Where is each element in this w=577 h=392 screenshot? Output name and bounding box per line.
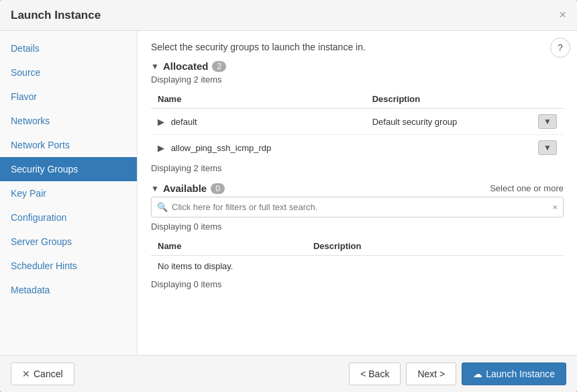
cancel-x-icon: ✕ [22,369,30,379]
sidebar-item-network-ports[interactable]: Network Ports [0,133,137,157]
cancel-button[interactable]: ✕Cancel [11,362,74,385]
next-button[interactable]: Next > [406,362,456,385]
allocated-col-name: Name [151,90,366,109]
table-row: ▶ allow_ping_ssh_icmp_rdp ▼ [151,135,564,161]
available-title: Available [163,183,207,194]
search-bar: 🔍 × [151,197,564,217]
available-section-header: ▼ Available 0 Select one or more [151,183,564,194]
back-button[interactable]: < Back [349,362,401,385]
sidebar-item-key-pair[interactable]: Key Pair [0,181,137,205]
allocate-down-button[interactable]: ▼ [538,114,557,129]
footer-left: ✕Cancel [11,362,74,385]
allocated-col-description: Description [366,90,531,109]
modal-footer: ✕Cancel < Back Next > ☁Launch Instance [0,355,577,392]
launch-instance-button[interactable]: ☁Launch Instance [462,362,566,385]
sidebar-item-configuration[interactable]: Configuration [0,205,137,230]
footer-right: < Back Next > ☁Launch Instance [349,362,566,385]
allocated-displaying-bottom: Displaying 2 items [151,163,564,173]
available-displaying-bottom: Displaying 0 items [151,279,564,289]
row-expand-icon[interactable]: ▶ [158,117,164,127]
modal-body: DetailsSourceFlavorNetworksNetwork Ports… [0,31,577,355]
allocated-section-header: ▼ Allocated 2 [151,60,564,72]
modal-title: Launch Instance [11,9,101,22]
sidebar: DetailsSourceFlavorNetworksNetwork Ports… [0,31,138,355]
search-icon: 🔍 [157,202,168,212]
allocated-table: Name Description ▶ default Default secur… [151,90,564,160]
modal-header: Launch Instance × [0,0,577,31]
main-content: ? Select the security groups to launch t… [138,31,577,355]
no-items-row: No items to display. [151,256,564,277]
no-items-text: No items to display. [151,256,564,277]
search-clear-icon[interactable]: × [552,202,558,212]
sidebar-item-scheduler-hints[interactable]: Scheduler Hints [0,254,137,278]
sidebar-item-networks[interactable]: Networks [0,109,137,133]
row-name: default [171,117,197,127]
allocated-displaying-top: Displaying 2 items [151,75,564,85]
help-button[interactable]: ? [550,38,570,58]
sidebar-item-server-groups[interactable]: Server Groups [0,230,137,254]
available-col-name: Name [151,237,307,256]
close-button[interactable]: × [559,8,566,22]
available-left: ▼ Available 0 [151,183,225,194]
search-input[interactable] [172,197,552,217]
allocated-chevron-icon[interactable]: ▼ [151,62,159,71]
table-row: ▶ default Default security group ▼ [151,109,564,135]
sidebar-item-security-groups[interactable]: Security Groups [0,157,137,181]
select-one-more-label: Select one or more [490,183,564,193]
sidebar-item-flavor[interactable]: Flavor [0,85,137,109]
available-table: Name Description No items to display. [151,237,564,277]
allocate-down-button[interactable]: ▼ [538,140,557,155]
sidebar-item-details[interactable]: Details [0,36,137,60]
sidebar-item-metadata[interactable]: Metadata [0,278,137,302]
row-name: allow_ping_ssh_icmp_rdp [171,143,272,153]
allocated-title: Allocated [163,60,209,72]
row-expand-icon[interactable]: ▶ [158,143,164,153]
row-description [366,135,531,161]
intro-text: Select the security groups to launch the… [151,42,564,52]
launch-icon: ☁ [473,369,482,379]
launch-instance-modal: Launch Instance × DetailsSourceFlavorNet… [0,0,577,392]
available-col-description: Description [307,237,564,256]
sidebar-item-source[interactable]: Source [0,60,137,85]
available-displaying-top: Displaying 0 items [151,222,564,232]
available-badge: 0 [211,183,225,194]
row-description: Default security group [366,109,531,135]
allocated-badge: 2 [212,61,226,72]
available-chevron-icon[interactable]: ▼ [151,184,159,193]
